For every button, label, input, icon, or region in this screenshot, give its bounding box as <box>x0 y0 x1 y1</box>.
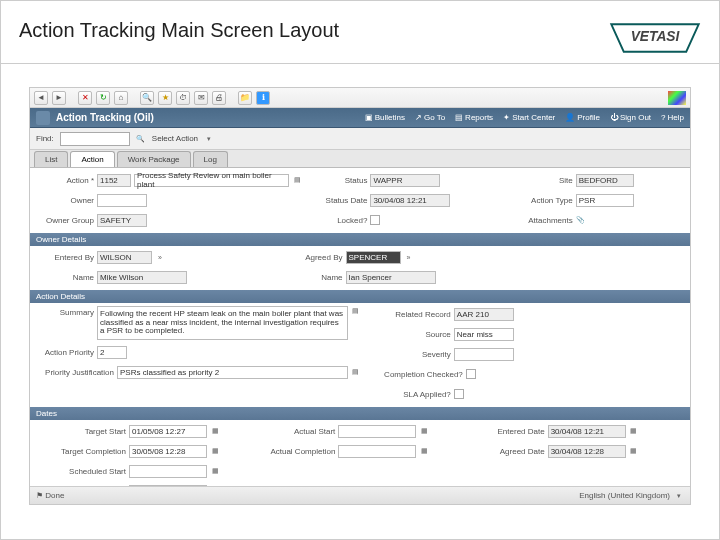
nav-profile[interactable]: 👤 Profile <box>565 113 600 122</box>
info-button[interactable]: ℹ <box>256 91 270 105</box>
status-bar: ⚑ Done English (United Kingdom) ▾ <box>30 486 690 504</box>
compcheck-label: Completion Checked? <box>371 370 463 379</box>
tab-list[interactable]: List <box>34 151 68 167</box>
calendar-icon[interactable]: ▦ <box>419 446 429 456</box>
find-go-icon[interactable]: 🔍 <box>136 134 146 144</box>
folder-button[interactable]: 📁 <box>238 91 252 105</box>
related-label: Related Record <box>371 310 451 319</box>
priority-label: Action Priority <box>36 348 94 357</box>
calendar-icon[interactable]: ▦ <box>629 426 639 436</box>
locked-checkbox[interactable] <box>370 215 380 225</box>
locked-label: Locked? <box>312 216 367 225</box>
lang-dropdown-icon[interactable]: ▾ <box>674 491 684 501</box>
stop-button[interactable]: ✕ <box>78 91 92 105</box>
dates-section: Dates <box>30 407 690 420</box>
nav-bulletins[interactable]: ▣ Bulletins <box>365 113 405 122</box>
history-button[interactable]: ⏱ <box>176 91 190 105</box>
search-button[interactable]: 🔍 <box>140 91 154 105</box>
app-header: Action Tracking (Oil) ▣ Bulletins ↗ Go T… <box>30 108 690 128</box>
aname-label: Name <box>288 273 343 282</box>
tab-action[interactable]: Action <box>70 151 114 167</box>
action-details-section: Action Details <box>30 290 690 303</box>
actiontype-field[interactable]: PSR <box>576 194 634 207</box>
app-icon <box>36 111 50 125</box>
source-label: Source <box>371 330 451 339</box>
ownergroup-field[interactable]: SAFETY <box>97 214 147 227</box>
long-desc-icon[interactable]: ▤ <box>292 175 302 185</box>
refresh-button[interactable]: ↻ <box>96 91 110 105</box>
targetcomp-label: Target Completion <box>36 447 126 456</box>
targetcomp-field[interactable]: 30/05/08 12:28 <box>129 445 207 458</box>
actualstart-label: Actual Start <box>255 427 335 436</box>
print-button[interactable]: 🖨 <box>212 91 226 105</box>
app-title: Action Tracking (Oil) <box>56 112 154 123</box>
summary-longdesc-icon[interactable]: ▤ <box>351 306 361 316</box>
search-row: Find: 🔍 Select Action ▾ <box>30 128 690 150</box>
justification-longdesc-icon[interactable]: ▤ <box>351 367 361 377</box>
actualcomp-field[interactable] <box>338 445 416 458</box>
enteredby-label: Entered By <box>36 253 94 262</box>
action-label: Action * <box>36 176 94 185</box>
summary-field[interactable]: Following the recent HP steam leak on th… <box>97 306 348 340</box>
agreeddate-label: Agreed Date <box>475 447 545 456</box>
tab-log[interactable]: Log <box>193 151 228 167</box>
agreedby-detail-icon[interactable]: » <box>404 252 414 262</box>
site-field: BEDFORD <box>576 174 634 187</box>
home-button[interactable]: ⌂ <box>114 91 128 105</box>
nav-signout[interactable]: ⏻ Sign Out <box>610 113 651 122</box>
severity-field[interactable] <box>454 348 514 361</box>
compcheck-checkbox[interactable] <box>466 369 476 379</box>
slide-title: Action Tracking Main Screen Layout <box>19 19 339 42</box>
find-label: Find: <box>36 134 54 143</box>
form-area: Action * 1152 Process Safety Review on m… <box>30 168 690 505</box>
justification-field[interactable]: PSRs classified as priority 2 <box>117 366 348 379</box>
owner-details-section: Owner Details <box>30 233 690 246</box>
calendar-icon[interactable]: ▦ <box>629 446 639 456</box>
status-label: Status <box>312 176 367 185</box>
agreedby-label: Agreed By <box>288 253 343 262</box>
select-action-label: Select Action <box>152 134 198 143</box>
justification-label: Priority Justification <box>36 368 114 377</box>
summary-label: Summary <box>36 306 94 317</box>
svg-text:VETASI: VETASI <box>631 29 681 44</box>
nav-reports[interactable]: ▤ Reports <box>455 113 493 122</box>
sla-checkbox[interactable] <box>454 389 464 399</box>
browser-toolbar: ◄ ► ✕ ↻ ⌂ 🔍 ★ ⏱ ✉ 🖨 📁 ℹ <box>30 88 690 108</box>
ename-field: Mike Wilson <box>97 271 187 284</box>
actualstart-field[interactable] <box>338 425 416 438</box>
calendar-icon[interactable]: ▦ <box>419 426 429 436</box>
entereddate-label: Entered Date <box>475 427 545 436</box>
tab-workpackage[interactable]: Work Package <box>117 151 191 167</box>
browser-window: ◄ ► ✕ ↻ ⌂ 🔍 ★ ⏱ ✉ 🖨 📁 ℹ Action Tracking … <box>29 87 691 505</box>
forward-button[interactable]: ► <box>52 91 66 105</box>
select-action-dropdown-icon[interactable]: ▾ <box>204 134 214 144</box>
enteredby-detail-icon[interactable]: » <box>155 252 165 262</box>
favorites-button[interactable]: ★ <box>158 91 172 105</box>
calendar-icon[interactable]: ▦ <box>210 446 220 456</box>
targetstart-label: Target Start <box>36 427 126 436</box>
nav-goto[interactable]: ↗ Go To <box>415 113 445 122</box>
action-id-field[interactable]: 1152 <box>97 174 131 187</box>
targetstart-field[interactable]: 01/05/08 12:27 <box>129 425 207 438</box>
ename-label: Name <box>36 273 94 282</box>
source-field[interactable]: Near miss <box>454 328 514 341</box>
find-input[interactable] <box>60 132 130 146</box>
calendar-icon[interactable]: ▦ <box>210 426 220 436</box>
action-desc-field[interactable]: Process Safety Review on main boiler pla… <box>134 174 289 187</box>
related-field[interactable]: AAR 210 <box>454 308 514 321</box>
priority-field[interactable]: 2 <box>97 346 127 359</box>
ownergroup-label: Owner Group <box>36 216 94 225</box>
enteredby-field: WILSON <box>97 251 152 264</box>
owner-field[interactable] <box>97 194 147 207</box>
schedstart-label: Scheduled Start <box>36 467 126 476</box>
mail-button[interactable]: ✉ <box>194 91 208 105</box>
owner-label: Owner <box>36 196 94 205</box>
nav-startcenter[interactable]: ✦ Start Center <box>503 113 555 122</box>
schedstart-field[interactable] <box>129 465 207 478</box>
nav-help[interactable]: ? Help <box>661 113 684 122</box>
tab-strip: List Action Work Package Log <box>30 150 690 168</box>
back-button[interactable]: ◄ <box>34 91 48 105</box>
calendar-icon[interactable]: ▦ <box>210 466 220 476</box>
attachments-icon[interactable]: 📎 <box>576 215 586 225</box>
aname-field: Ian Spencer <box>346 271 436 284</box>
